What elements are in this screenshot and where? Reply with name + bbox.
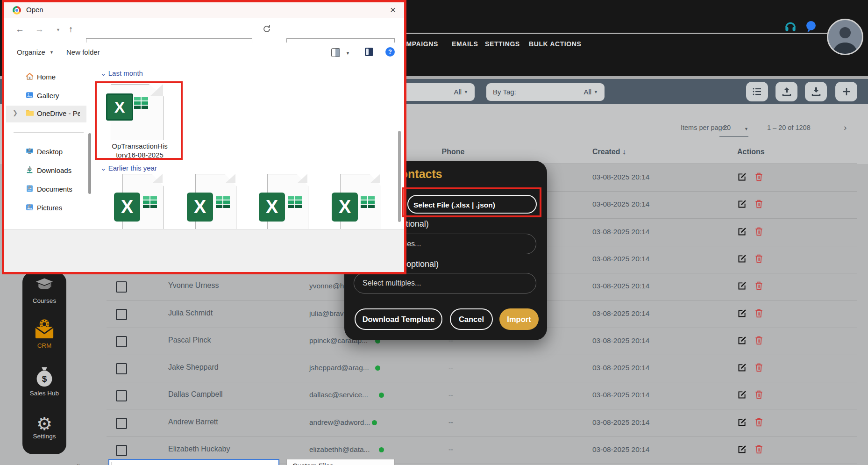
- sidebar-item-settings[interactable]: ⚙ Settings: [22, 415, 66, 440]
- contact-email: julia@brav: [309, 309, 343, 318]
- download-template-button[interactable]: Download Template: [355, 308, 442, 330]
- export-button-toolbar[interactable]: [805, 82, 827, 101]
- tree-item-desktop[interactable]: Desktop: [6, 144, 86, 161]
- contact-created: 03-08-2025 20:14: [592, 418, 649, 427]
- import-button-toolbar[interactable]: [776, 82, 797, 101]
- delete-button[interactable]: [754, 227, 763, 236]
- group-header-last-month[interactable]: ⌄ Last month: [100, 69, 143, 78]
- tree-scrollbar[interactable]: [88, 133, 91, 194]
- delete-button[interactable]: [754, 281, 763, 291]
- sidebar-item-courses[interactable]: Courses: [22, 276, 66, 304]
- row-checkbox[interactable]: [116, 309, 127, 320]
- nav-settings[interactable]: SETTINGS: [485, 40, 520, 48]
- edit-button[interactable]: [737, 254, 747, 264]
- edit-button[interactable]: [737, 227, 747, 236]
- underline: [719, 136, 748, 137]
- headset-icon[interactable]: [783, 19, 798, 36]
- contact-created: 03-08-2025 20:14: [592, 445, 649, 454]
- tree-item-documents[interactable]: Documents: [6, 181, 86, 198]
- view-chevron-icon[interactable]: ▼: [346, 51, 350, 56]
- delete-button[interactable]: [754, 172, 763, 182]
- forward-icon[interactable]: →: [35, 24, 44, 35]
- edit-button[interactable]: [737, 308, 747, 318]
- modal-cancel-button[interactable]: Cancel: [450, 308, 493, 330]
- list-view-button[interactable]: [746, 82, 768, 101]
- excel-file[interactable]: X: [259, 174, 315, 229]
- crm-icon: [34, 319, 55, 339]
- next-page-button[interactable]: ›: [844, 122, 847, 133]
- up-icon[interactable]: ↑: [69, 24, 73, 35]
- refresh-icon[interactable]: [262, 24, 271, 34]
- edit-button[interactable]: [737, 390, 747, 400]
- items-per-page-value[interactable]: 20: [723, 124, 731, 131]
- row-checkbox[interactable]: [116, 390, 127, 401]
- avatar[interactable]: [827, 19, 863, 55]
- delete-button[interactable]: [754, 199, 763, 209]
- row-checkbox[interactable]: [116, 336, 127, 347]
- row-checkbox[interactable]: [116, 418, 127, 429]
- chat-icon[interactable]: [804, 20, 818, 35]
- organize-menu[interactable]: Organize ▼: [17, 48, 54, 56]
- edit-button[interactable]: [737, 172, 747, 182]
- chevron-down-icon: ▼: [50, 50, 54, 55]
- status-dot-icon: [375, 365, 380, 371]
- edit-button[interactable]: [737, 199, 747, 209]
- contact-name[interactable]: Jake Sheppard: [168, 363, 219, 372]
- contact-name[interactable]: Yvonne Urness: [168, 281, 219, 290]
- filter-dropdown-by-tag[interactable]: By Tag: All▼: [486, 83, 605, 101]
- delete-button[interactable]: [754, 417, 763, 427]
- nav-emails[interactable]: EMAILS: [452, 40, 478, 48]
- groups-multiselect[interactable]: Select multiples...: [354, 273, 536, 293]
- edit-button[interactable]: [737, 281, 747, 291]
- delete-button[interactable]: [754, 363, 763, 372]
- sidebar-item-crm[interactable]: CRM: [22, 319, 66, 349]
- tree-item-downloads[interactable]: Downloads: [6, 163, 86, 179]
- tree-item-gallery[interactable]: Gallery: [6, 88, 86, 105]
- contact-email: jsheppard@arag...: [309, 364, 369, 372]
- edit-button[interactable]: [737, 336, 747, 345]
- sidebar-item-sales-hub[interactable]: $ Sales Hub: [22, 366, 66, 397]
- tree-item-home[interactable]: Home: [6, 69, 86, 86]
- contact-name[interactable]: Julia Schmidt: [168, 309, 213, 317]
- group-header-earlier-this-year[interactable]: ⌄ Earlier this year: [100, 164, 157, 172]
- new-folder-button[interactable]: New folder: [66, 48, 100, 56]
- contact-name[interactable]: Elizabeth Huckaby: [168, 445, 230, 453]
- tree-item-onedrive[interactable]: ❯ OneDrive - Perso: [6, 106, 86, 122]
- file-type-select[interactable]: Custom Files ▼: [286, 459, 395, 465]
- file-name-input[interactable]: ▼: [108, 459, 279, 465]
- chevron-down-icon[interactable]: ▼: [744, 127, 748, 131]
- import-button[interactable]: Import: [499, 308, 539, 330]
- back-icon[interactable]: ←: [15, 24, 24, 35]
- view-toggle-icon[interactable]: [331, 48, 340, 57]
- row-checkbox[interactable]: [116, 363, 127, 374]
- contact-name[interactable]: Andrew Barrett: [168, 418, 218, 426]
- contact-name[interactable]: Pascal Pinck: [168, 336, 211, 344]
- excel-file[interactable]: X: [332, 174, 388, 229]
- add-contact-button[interactable]: [835, 82, 857, 101]
- contact-created: 03-08-2025 20:14: [592, 255, 649, 263]
- contact-created: 03-08-2025 20:14: [592, 200, 649, 208]
- preview-pane-icon[interactable]: [365, 48, 373, 56]
- history-chevron-icon[interactable]: ▼: [56, 28, 60, 32]
- edit-button[interactable]: [737, 417, 747, 427]
- edit-button[interactable]: [737, 444, 747, 454]
- contact-name[interactable]: Dallas Campbell: [168, 390, 223, 399]
- tree-item-pictures[interactable]: Pictures: [6, 200, 86, 217]
- delete-button[interactable]: [754, 444, 763, 454]
- file-pane-scrollbar[interactable]: [398, 131, 401, 222]
- row-checkbox[interactable]: [116, 445, 127, 456]
- excel-file[interactable]: X: [187, 174, 243, 229]
- close-icon[interactable]: ×: [390, 4, 396, 15]
- edit-button[interactable]: [737, 363, 747, 372]
- delete-button[interactable]: [754, 336, 763, 345]
- help-icon[interactable]: ?: [385, 47, 395, 57]
- select-file-button[interactable]: Select File (.xlsx | .json): [407, 195, 537, 214]
- delete-button[interactable]: [754, 390, 763, 400]
- delete-button[interactable]: [754, 254, 763, 264]
- delete-button[interactable]: [754, 308, 763, 318]
- excel-file[interactable]: X: [114, 174, 170, 229]
- col-header-created[interactable]: Created ↓: [592, 148, 626, 156]
- row-checkbox[interactable]: [116, 281, 127, 293]
- file-item-optransactionhistory[interactable]: X OpTransactionHis tory16-08-2025: [98, 82, 182, 157]
- nav-bulk-actions[interactable]: BULK ACTIONS: [529, 40, 581, 48]
